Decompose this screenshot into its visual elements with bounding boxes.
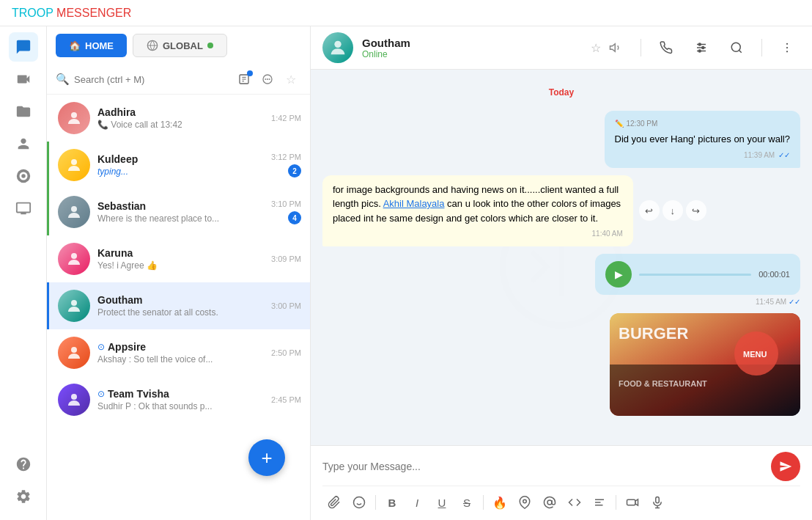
fire-btn[interactable]: 🔥 xyxy=(488,491,512,514)
video-record-btn[interactable] xyxy=(621,491,644,514)
conv-time: 3:10 PM xyxy=(271,199,301,208)
location-icon xyxy=(518,496,531,509)
svg-point-24 xyxy=(786,47,788,48)
nav-activity-btn[interactable] xyxy=(9,161,38,191)
speaker-icon xyxy=(609,41,622,54)
svg-rect-40 xyxy=(627,499,635,505)
message-row: for image backgrounds and having news on… xyxy=(322,175,800,247)
forward-btn[interactable]: ↪ xyxy=(686,200,706,221)
underline-btn[interactable]: U xyxy=(430,491,454,514)
conversation-item[interactable]: SebastianWhere is the nearest place to..… xyxy=(47,188,310,235)
conversation-item[interactable]: KarunaYes! i Agree 👍3:09 PM xyxy=(47,235,310,282)
conv-name: Appsire xyxy=(108,341,146,353)
nav-support-btn[interactable] xyxy=(9,450,38,479)
at-icon xyxy=(543,496,556,509)
avatar xyxy=(58,196,90,228)
microphone-icon xyxy=(651,496,664,509)
settings-panel-btn[interactable] xyxy=(688,34,715,61)
message-input[interactable] xyxy=(322,461,765,472)
strikethrough-btn[interactable]: S xyxy=(455,491,479,514)
header-divider-1 xyxy=(641,39,641,56)
conversation-item[interactable]: Kuldeeptyping...3:12 PM2 xyxy=(47,142,310,188)
nav-screen-btn[interactable] xyxy=(9,194,38,223)
location-btn[interactable] xyxy=(513,491,536,514)
audio-record-btn[interactable] xyxy=(646,491,669,514)
italic-btn[interactable]: I xyxy=(405,491,429,514)
phone-icon xyxy=(660,41,673,54)
search-chat-btn[interactable] xyxy=(723,34,750,61)
conv-meta: 3:00 PM xyxy=(271,301,301,310)
paperclip-icon xyxy=(328,496,341,509)
global-online-dot xyxy=(207,43,213,48)
activity-icon xyxy=(15,168,32,184)
toolbar-div-3 xyxy=(616,495,616,510)
conv-time: 2:45 PM xyxy=(271,395,301,404)
audio-progress-bar[interactable] xyxy=(639,274,751,276)
chat-contact-status: Online xyxy=(362,49,582,59)
conversation-item[interactable]: Aadhira📞 Voice call at 13:421:42 PM xyxy=(47,95,310,142)
conversation-item[interactable]: GouthamProtect the senator at all costs.… xyxy=(47,282,310,329)
conv-meta: 3:10 PM4 xyxy=(271,199,301,224)
bold-btn[interactable]: B xyxy=(380,491,404,514)
avatar xyxy=(58,102,90,134)
more-icon xyxy=(780,41,794,54)
conv-name: Team Tvisha xyxy=(108,388,169,400)
more-options-btn[interactable] xyxy=(774,34,800,61)
header-divider-2 xyxy=(761,39,762,56)
conv-time: 1:42 PM xyxy=(271,114,301,122)
message-row-image: BURGER FOOD & RESTAURANT MENU xyxy=(322,313,800,416)
date-divider: Today xyxy=(322,87,800,98)
nav-video-btn[interactable] xyxy=(9,65,38,94)
audio-play-btn[interactable]: ▶ xyxy=(605,261,632,288)
conv-info: SebastianWhere is the nearest place to..… xyxy=(97,200,264,224)
star-filter-btn[interactable]: ☆ xyxy=(281,69,301,89)
mention-btn[interactable] xyxy=(538,491,561,514)
conv-info: Aadhira📞 Voice call at 13:42 xyxy=(97,106,264,130)
svg-point-10 xyxy=(71,347,77,353)
search-input[interactable] xyxy=(74,74,229,85)
conv-time: 3:00 PM xyxy=(271,301,301,310)
conv-preview: Sudhir P : Ok that sounds p... xyxy=(97,401,264,411)
download-btn[interactable]: ↓ xyxy=(662,200,683,221)
reply-btn[interactable]: ↩ xyxy=(639,200,660,221)
svg-line-22 xyxy=(739,50,741,52)
send-btn[interactable] xyxy=(771,452,800,481)
message-text: Did you ever Hang' pictures on your wall… xyxy=(615,132,791,147)
tab-global-btn[interactable]: GLOBAL xyxy=(133,34,227,57)
tab-home-label: HOME xyxy=(85,40,114,51)
tab-home-btn[interactable]: 🏠 HOME xyxy=(56,34,127,57)
conv-info: KarunaYes! i Agree 👍 xyxy=(97,247,264,271)
conv-meta: 2:45 PM xyxy=(271,395,301,404)
mute-btn[interactable] xyxy=(602,34,629,61)
format-btn[interactable] xyxy=(588,491,611,514)
mention-link[interactable]: Akhil Malayala xyxy=(383,198,445,209)
favorite-star[interactable]: ☆ xyxy=(591,41,601,55)
messages-icon xyxy=(15,39,32,55)
code-btn[interactable] xyxy=(563,491,586,514)
nav-files-btn[interactable] xyxy=(9,97,38,126)
emoji-btn[interactable] xyxy=(347,491,371,514)
image-message[interactable]: BURGER FOOD & RESTAURANT MENU xyxy=(610,313,800,416)
call-btn[interactable] xyxy=(653,34,679,61)
conversation-item[interactable]: ⊙Team TvishaSudhir P : Ok that sounds p.… xyxy=(47,376,310,423)
icon-bar xyxy=(0,26,47,520)
icon-bar-top xyxy=(9,32,38,450)
conv-meta: 2:50 PM xyxy=(271,348,301,357)
nav-messages-btn[interactable] xyxy=(9,32,38,62)
compose-btn[interactable] xyxy=(234,69,254,89)
conv-preview: Where is the nearest place to... xyxy=(97,213,264,224)
conv-info: ⊙Team TvishaSudhir P : Ok that sounds p.… xyxy=(97,388,264,411)
chat-input-row xyxy=(322,452,800,481)
nav-settings-btn[interactable] xyxy=(9,482,38,511)
image-preview-content: BURGER FOOD & RESTAURANT MENU xyxy=(610,313,800,416)
attach-btn[interactable] xyxy=(322,491,346,514)
filter-btn[interactable] xyxy=(257,69,278,89)
new-conversation-btn[interactable]: + xyxy=(248,439,285,476)
logo-messenger: MESSENGER xyxy=(56,7,131,19)
message-actions: ↩ ↓ ↪ xyxy=(639,200,706,221)
nav-contacts-btn[interactable] xyxy=(9,129,38,158)
conversation-item[interactable]: ⊙AppsireAkshay : So tell the voice of...… xyxy=(47,329,310,376)
conv-preview: 📞 Voice call at 13:42 xyxy=(97,120,264,130)
svg-point-19 xyxy=(702,47,704,49)
conv-preview: Akshay : So tell the voice of... xyxy=(97,354,264,365)
